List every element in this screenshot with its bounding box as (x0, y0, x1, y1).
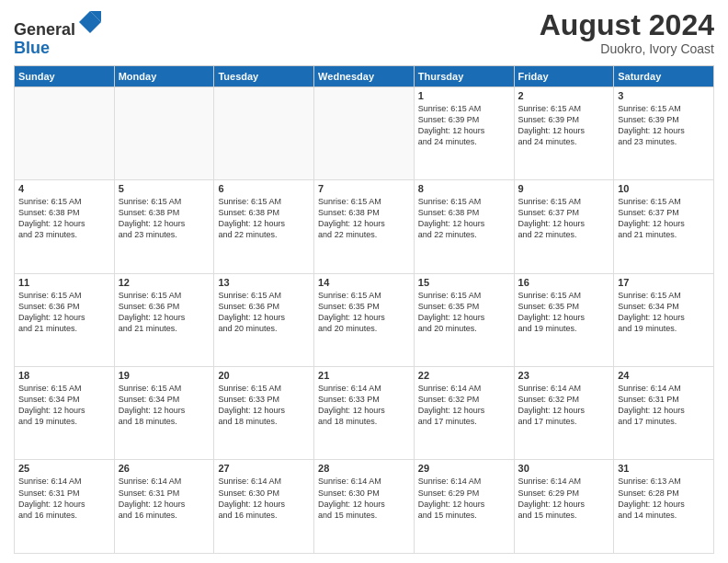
day-info: Sunrise: 6:15 AM Sunset: 6:39 PM Dayligh… (618, 103, 710, 148)
calendar-cell: 26Sunrise: 6:14 AM Sunset: 6:31 PM Dayli… (114, 460, 214, 554)
calendar-cell: 20Sunrise: 6:15 AM Sunset: 6:33 PM Dayli… (214, 367, 314, 460)
calendar-week-row: 11Sunrise: 6:15 AM Sunset: 6:36 PM Dayli… (15, 273, 714, 366)
day-info: Sunrise: 6:15 AM Sunset: 6:36 PM Dayligh… (119, 290, 210, 335)
logo: General Blue (14, 9, 103, 58)
day-info: Sunrise: 6:14 AM Sunset: 6:30 PM Dayligh… (218, 476, 310, 521)
day-info: Sunrise: 6:14 AM Sunset: 6:30 PM Dayligh… (318, 476, 410, 521)
calendar-cell: 28Sunrise: 6:14 AM Sunset: 6:30 PM Dayli… (314, 460, 415, 554)
calendar-cell: 4Sunrise: 6:15 AM Sunset: 6:38 PM Daylig… (15, 180, 115, 273)
calendar-cell: 3Sunrise: 6:15 AM Sunset: 6:39 PM Daylig… (614, 86, 714, 179)
calendar-cell: 11Sunrise: 6:15 AM Sunset: 6:36 PM Dayli… (15, 273, 115, 366)
calendar-week-row: 25Sunrise: 6:14 AM Sunset: 6:31 PM Dayli… (15, 460, 714, 554)
calendar-cell: 8Sunrise: 6:15 AM Sunset: 6:38 PM Daylig… (414, 180, 514, 273)
day-info: Sunrise: 6:15 AM Sunset: 6:38 PM Dayligh… (418, 196, 510, 241)
calendar-cell (214, 86, 314, 179)
day-number: 22 (418, 370, 510, 381)
logo-text: General Blue (14, 9, 103, 58)
day-info: Sunrise: 6:14 AM Sunset: 6:31 PM Dayligh… (18, 476, 110, 521)
day-number: 28 (318, 463, 410, 474)
day-info: Sunrise: 6:14 AM Sunset: 6:33 PM Dayligh… (318, 383, 410, 428)
day-info: Sunrise: 6:15 AM Sunset: 6:36 PM Dayligh… (18, 290, 110, 335)
calendar-cell: 24Sunrise: 6:14 AM Sunset: 6:31 PM Dayli… (614, 367, 714, 460)
day-number: 26 (119, 463, 210, 474)
calendar-cell: 6Sunrise: 6:15 AM Sunset: 6:38 PM Daylig… (214, 180, 314, 273)
calendar-cell: 15Sunrise: 6:15 AM Sunset: 6:35 PM Dayli… (414, 273, 514, 366)
day-number: 21 (318, 370, 410, 381)
day-number: 8 (418, 183, 510, 194)
day-number: 2 (518, 90, 610, 101)
day-number: 18 (18, 370, 110, 381)
calendar-cell: 14Sunrise: 6:15 AM Sunset: 6:35 PM Dayli… (314, 273, 415, 366)
day-number: 9 (518, 183, 610, 194)
calendar-week-row: 4Sunrise: 6:15 AM Sunset: 6:38 PM Daylig… (15, 180, 714, 273)
day-info: Sunrise: 6:15 AM Sunset: 6:39 PM Dayligh… (518, 103, 610, 148)
day-number: 30 (518, 463, 610, 474)
calendar-cell: 21Sunrise: 6:14 AM Sunset: 6:33 PM Dayli… (314, 367, 415, 460)
day-info: Sunrise: 6:14 AM Sunset: 6:32 PM Dayligh… (518, 383, 610, 428)
calendar-day-header: Saturday (614, 65, 714, 86)
calendar-day-header: Wednesday (314, 65, 415, 86)
day-info: Sunrise: 6:15 AM Sunset: 6:38 PM Dayligh… (18, 196, 110, 241)
calendar-cell: 7Sunrise: 6:15 AM Sunset: 6:38 PM Daylig… (314, 180, 415, 273)
day-info: Sunrise: 6:15 AM Sunset: 6:38 PM Dayligh… (318, 196, 410, 241)
location: Duokro, Ivory Coast (540, 41, 714, 56)
calendar-cell: 22Sunrise: 6:14 AM Sunset: 6:32 PM Dayli… (414, 367, 514, 460)
calendar-cell (114, 86, 214, 179)
day-number: 6 (218, 183, 310, 194)
day-info: Sunrise: 6:15 AM Sunset: 6:34 PM Dayligh… (18, 383, 110, 428)
day-number: 14 (318, 277, 410, 288)
day-info: Sunrise: 6:15 AM Sunset: 6:34 PM Dayligh… (119, 383, 210, 428)
calendar-cell: 1Sunrise: 6:15 AM Sunset: 6:39 PM Daylig… (414, 86, 514, 179)
day-info: Sunrise: 6:15 AM Sunset: 6:35 PM Dayligh… (318, 290, 410, 335)
day-info: Sunrise: 6:15 AM Sunset: 6:36 PM Dayligh… (218, 290, 310, 335)
day-number: 31 (618, 463, 710, 474)
day-number: 20 (218, 370, 310, 381)
calendar-day-header: Thursday (414, 65, 514, 86)
day-number: 25 (18, 463, 110, 474)
day-number: 1 (418, 90, 510, 101)
calendar-week-row: 1Sunrise: 6:15 AM Sunset: 6:39 PM Daylig… (15, 86, 714, 179)
day-number: 10 (618, 183, 710, 194)
header: General Blue August 2024 Duokro, Ivory C… (14, 9, 714, 58)
day-info: Sunrise: 6:15 AM Sunset: 6:37 PM Dayligh… (518, 196, 610, 241)
calendar-day-header: Sunday (15, 65, 115, 86)
day-number: 3 (618, 90, 710, 101)
day-number: 19 (119, 370, 210, 381)
calendar-cell: 31Sunrise: 6:13 AM Sunset: 6:28 PM Dayli… (614, 460, 714, 554)
day-info: Sunrise: 6:15 AM Sunset: 6:38 PM Dayligh… (119, 196, 210, 241)
day-info: Sunrise: 6:15 AM Sunset: 6:34 PM Dayligh… (618, 290, 710, 335)
calendar-table: SundayMondayTuesdayWednesdayThursdayFrid… (14, 65, 714, 554)
calendar-cell: 5Sunrise: 6:15 AM Sunset: 6:38 PM Daylig… (114, 180, 214, 273)
day-number: 7 (318, 183, 410, 194)
calendar-cell: 9Sunrise: 6:15 AM Sunset: 6:37 PM Daylig… (514, 180, 614, 273)
day-number: 11 (18, 277, 110, 288)
day-info: Sunrise: 6:15 AM Sunset: 6:33 PM Dayligh… (218, 383, 310, 428)
day-info: Sunrise: 6:15 AM Sunset: 6:38 PM Dayligh… (218, 196, 310, 241)
day-number: 4 (18, 183, 110, 194)
day-info: Sunrise: 6:15 AM Sunset: 6:35 PM Dayligh… (518, 290, 610, 335)
calendar-cell: 2Sunrise: 6:15 AM Sunset: 6:39 PM Daylig… (514, 86, 614, 179)
day-number: 23 (518, 370, 610, 381)
calendar-cell: 16Sunrise: 6:15 AM Sunset: 6:35 PM Dayli… (514, 273, 614, 366)
month-year: August 2024 (540, 9, 714, 41)
day-info: Sunrise: 6:14 AM Sunset: 6:31 PM Dayligh… (618, 383, 710, 428)
calendar-day-header: Tuesday (214, 65, 314, 86)
calendar-cell: 10Sunrise: 6:15 AM Sunset: 6:37 PM Dayli… (614, 180, 714, 273)
calendar-cell: 25Sunrise: 6:14 AM Sunset: 6:31 PM Dayli… (15, 460, 115, 554)
day-info: Sunrise: 6:15 AM Sunset: 6:35 PM Dayligh… (418, 290, 510, 335)
day-number: 29 (418, 463, 510, 474)
title-block: August 2024 Duokro, Ivory Coast (540, 9, 714, 56)
day-number: 27 (218, 463, 310, 474)
day-number: 17 (618, 277, 710, 288)
day-number: 15 (418, 277, 510, 288)
calendar-cell: 17Sunrise: 6:15 AM Sunset: 6:34 PM Dayli… (614, 273, 714, 366)
day-number: 16 (518, 277, 610, 288)
calendar-cell: 23Sunrise: 6:14 AM Sunset: 6:32 PM Dayli… (514, 367, 614, 460)
day-info: Sunrise: 6:15 AM Sunset: 6:37 PM Dayligh… (618, 196, 710, 241)
calendar-cell: 13Sunrise: 6:15 AM Sunset: 6:36 PM Dayli… (214, 273, 314, 366)
day-info: Sunrise: 6:14 AM Sunset: 6:31 PM Dayligh… (119, 476, 210, 521)
day-info: Sunrise: 6:14 AM Sunset: 6:32 PM Dayligh… (418, 383, 510, 428)
logo-blue: Blue (14, 39, 50, 57)
calendar-cell (314, 86, 415, 179)
page: General Blue August 2024 Duokro, Ivory C… (0, 0, 728, 563)
